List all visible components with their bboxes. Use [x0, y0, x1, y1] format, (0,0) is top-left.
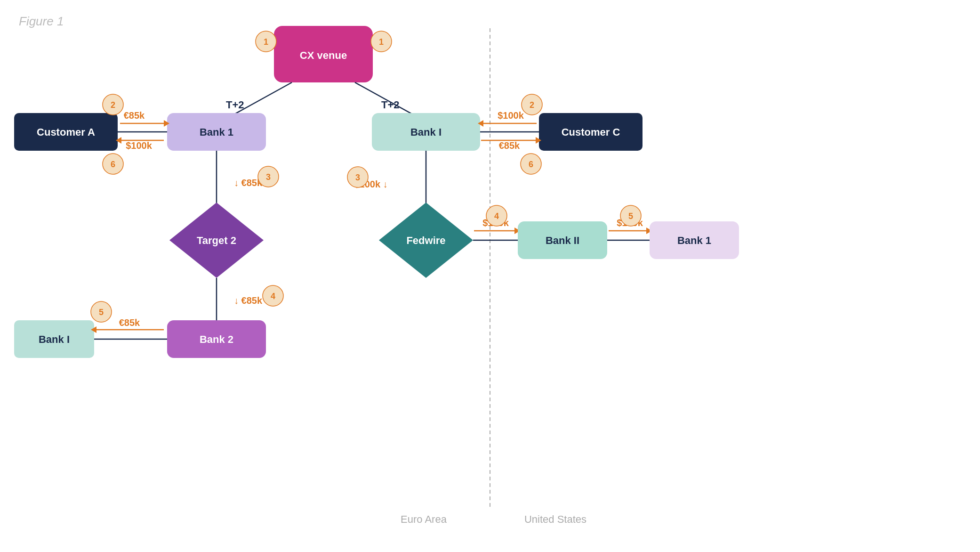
bank2-label: Bank 2 — [200, 333, 233, 345]
euro-area-label: Euro Area — [401, 513, 447, 525]
num-2-left: 2 — [111, 100, 115, 110]
eur85k-down2-label: ↓ €85k — [234, 295, 263, 306]
bank1-right-label: Bank 1 — [677, 235, 711, 246]
usd100k-customerc-label: $100k — [498, 110, 524, 121]
customer-c-label: Customer C — [562, 126, 620, 138]
eur85k-right-label: €85k — [124, 110, 145, 121]
num-5-right: 5 — [628, 211, 633, 221]
target2-label: Target 2 — [197, 235, 236, 246]
num-1-right: 1 — [379, 37, 384, 47]
num-3-left: 3 — [266, 172, 271, 182]
united-states-label: United States — [524, 513, 586, 525]
t2-right-label: T+2 — [381, 99, 400, 111]
num-1-left: 1 — [264, 37, 268, 47]
t2-left-label: T+2 — [226, 99, 244, 111]
num-6-right: 6 — [529, 160, 533, 169]
eur85k-banki-label: €85k — [119, 317, 140, 328]
customer-a-label: Customer A — [37, 126, 95, 138]
usd100k-left-label: $100k — [126, 140, 152, 151]
fedwire-label: Fedwire — [406, 235, 445, 246]
num-4-left: 4 — [271, 292, 275, 301]
cx-venue-label: CX venue — [300, 49, 347, 61]
bank-i-left-label: Bank I — [39, 333, 70, 345]
num-6-left: 6 — [111, 160, 115, 169]
bank-ii-label: Bank II — [546, 235, 579, 246]
num-5-left: 5 — [99, 308, 104, 317]
num-4-right: 4 — [494, 211, 499, 221]
num-2-right: 2 — [530, 100, 534, 110]
bank1-label: Bank 1 — [200, 126, 233, 138]
bank-i-right-label: Bank I — [410, 126, 442, 138]
eur85k-customerc-label: €85k — [499, 140, 520, 151]
num-3-right: 3 — [355, 173, 360, 182]
